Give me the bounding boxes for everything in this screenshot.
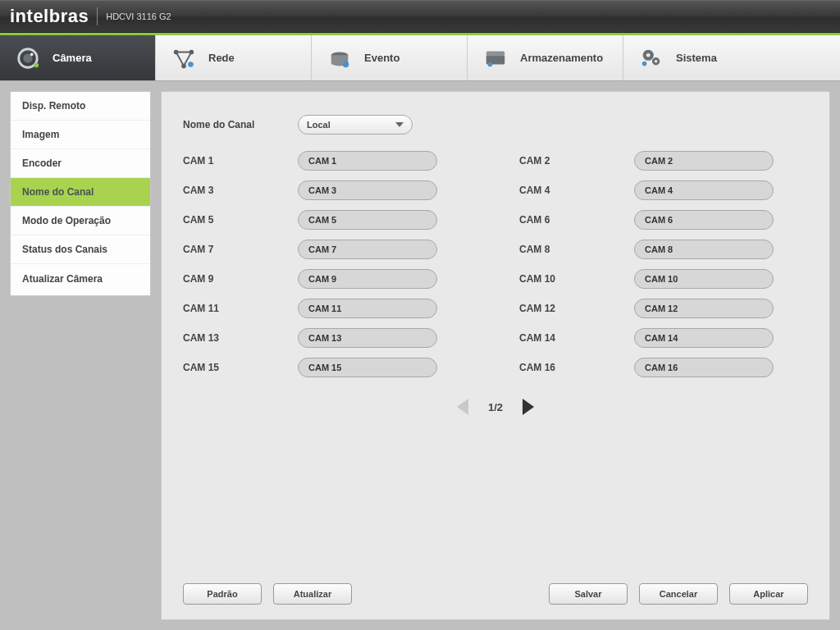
channel-label: CAM 6 bbox=[519, 214, 634, 226]
default-button[interactable]: Padrão bbox=[183, 583, 262, 605]
sidebar-item-update-camera[interactable]: Atualizar Câmera bbox=[11, 264, 150, 293]
header-separator bbox=[97, 7, 98, 25]
tab-label: Rede bbox=[208, 52, 235, 64]
channel-label: CAM 14 bbox=[519, 332, 634, 344]
svg-rect-11 bbox=[486, 51, 505, 56]
selector-label: Nome do Canal bbox=[183, 119, 298, 130]
svg-point-2 bbox=[30, 52, 34, 56]
svg-point-5 bbox=[189, 49, 194, 54]
channel-name-input-8[interactable]: CAM 8 bbox=[634, 240, 774, 259]
cancel-button[interactable]: Cancelar bbox=[639, 583, 718, 605]
sidebar-item-label: Atualizar Câmera bbox=[22, 273, 103, 285]
sidebar-item-channel-name[interactable]: Nome do Canal bbox=[11, 178, 150, 207]
channel-name-input-1[interactable]: CAM 1 bbox=[298, 151, 437, 171]
channel-name-input-14[interactable]: CAM 14 bbox=[634, 328, 774, 348]
chevron-down-icon bbox=[395, 122, 404, 127]
apply-button[interactable]: Aplicar bbox=[729, 583, 808, 605]
pager-next-icon[interactable] bbox=[523, 399, 534, 415]
sidebar-item-channel-status[interactable]: Status dos Canais bbox=[11, 235, 150, 264]
channel-name-input-7[interactable]: CAM 7 bbox=[298, 240, 437, 259]
channel-label: CAM 12 bbox=[519, 303, 634, 314]
app-header: intelbras HDCVI 3116 G2 bbox=[0, 0, 840, 33]
tab-label: Sistema bbox=[676, 52, 717, 64]
svg-point-15 bbox=[646, 52, 651, 57]
channel-label: CAM 4 bbox=[519, 185, 634, 196]
product-model: HDCVI 3116 G2 bbox=[106, 11, 171, 21]
channel-name-input-6[interactable]: CAM 6 bbox=[634, 210, 774, 230]
main-panel: Nome do Canal Local CAM 1 CAM 1 CAM 2 CA… bbox=[161, 91, 830, 620]
channel-label: CAM 11 bbox=[183, 303, 298, 314]
pager-prev-icon[interactable] bbox=[457, 399, 468, 415]
system-icon bbox=[638, 45, 664, 71]
channel-label: CAM 7 bbox=[183, 244, 298, 255]
svg-point-16 bbox=[655, 60, 657, 62]
channel-name-input-9[interactable]: CAM 9 bbox=[298, 269, 437, 289]
sidebar-item-encoder[interactable]: Encoder bbox=[11, 149, 150, 178]
sidebar: Disp. Remoto Imagem Encoder Nome do Cana… bbox=[10, 91, 151, 296]
pager-indicator: 1/2 bbox=[488, 401, 503, 413]
channel-name-input-2[interactable]: CAM 2 bbox=[634, 151, 774, 171]
channel-name-grid: CAM 1 CAM 1 CAM 2 CAM 2 CAM 3 CAM 3 CAM … bbox=[183, 146, 808, 382]
sidebar-item-label: Encoder bbox=[22, 158, 62, 169]
network-icon bbox=[171, 45, 197, 71]
svg-point-7 bbox=[188, 62, 194, 67]
svg-point-6 bbox=[181, 63, 186, 68]
channel-name-input-3[interactable]: CAM 3 bbox=[298, 180, 437, 200]
tab-network[interactable]: Rede bbox=[156, 35, 312, 80]
sidebar-item-remote-device[interactable]: Disp. Remoto bbox=[11, 92, 150, 121]
select-value: Local bbox=[307, 120, 331, 130]
body-area: Disp. Remoto Imagem Encoder Nome do Cana… bbox=[0, 81, 840, 630]
save-button[interactable]: Salvar bbox=[549, 583, 628, 605]
channel-name-input-16[interactable]: CAM 16 bbox=[634, 358, 774, 377]
sidebar-item-image[interactable]: Imagem bbox=[11, 121, 150, 149]
svg-point-4 bbox=[174, 49, 179, 54]
channel-label: CAM 16 bbox=[519, 362, 634, 373]
sidebar-item-label: Nome do Canal bbox=[22, 186, 94, 198]
svg-point-9 bbox=[343, 61, 349, 67]
channel-label: CAM 9 bbox=[183, 273, 298, 285]
tab-system[interactable]: Sistema bbox=[623, 35, 840, 80]
channel-label: CAM 2 bbox=[519, 155, 634, 167]
channel-name-input-11[interactable]: CAM 11 bbox=[298, 299, 437, 318]
channel-label: CAM 10 bbox=[519, 273, 634, 285]
tab-event[interactable]: Evento bbox=[312, 35, 468, 80]
channel-label: CAM 5 bbox=[183, 214, 298, 226]
channel-label: CAM 15 bbox=[183, 362, 298, 373]
sidebar-item-label: Disp. Remoto bbox=[22, 100, 85, 112]
channel-name-input-15[interactable]: CAM 15 bbox=[298, 358, 437, 377]
channel-source-select[interactable]: Local bbox=[298, 115, 413, 135]
channel-label: CAM 8 bbox=[519, 244, 634, 255]
pager: 1/2 bbox=[183, 399, 808, 415]
svg-point-17 bbox=[642, 61, 647, 66]
channel-name-input-5[interactable]: CAM 5 bbox=[298, 210, 437, 230]
refresh-button[interactable]: Atualizar bbox=[273, 583, 352, 605]
sidebar-item-label: Status dos Canais bbox=[22, 244, 107, 255]
top-nav: Câmera Rede Evento Armazenamento Sistema bbox=[0, 35, 840, 81]
svg-point-3 bbox=[34, 62, 39, 67]
brand-logo: intelbras bbox=[10, 6, 89, 27]
tab-label: Câmera bbox=[52, 52, 92, 64]
channel-label: CAM 3 bbox=[183, 185, 298, 196]
channel-name-input-13[interactable]: CAM 13 bbox=[298, 328, 437, 348]
sidebar-item-operation-mode[interactable]: Modo de Operação bbox=[11, 207, 150, 235]
sidebar-item-label: Modo de Operação bbox=[22, 215, 111, 226]
tab-label: Evento bbox=[364, 52, 399, 64]
tab-camera[interactable]: Câmera bbox=[0, 35, 156, 80]
lens-icon bbox=[15, 45, 41, 71]
channel-name-input-12[interactable]: CAM 12 bbox=[634, 299, 774, 318]
event-icon bbox=[326, 45, 353, 71]
channel-name-input-10[interactable]: CAM 10 bbox=[634, 269, 774, 289]
channel-name-input-4[interactable]: CAM 4 bbox=[634, 180, 774, 200]
svg-point-12 bbox=[488, 62, 493, 66]
channel-label: CAM 13 bbox=[183, 332, 298, 344]
channel-label: CAM 1 bbox=[183, 155, 298, 167]
sidebar-item-label: Imagem bbox=[22, 129, 59, 140]
tab-storage[interactable]: Armazenamento bbox=[468, 35, 623, 80]
footer-buttons: Padrão Atualizar Salvar Cancelar Aplicar bbox=[183, 583, 808, 605]
tab-label: Armazenamento bbox=[520, 52, 603, 64]
storage-icon bbox=[482, 45, 509, 71]
